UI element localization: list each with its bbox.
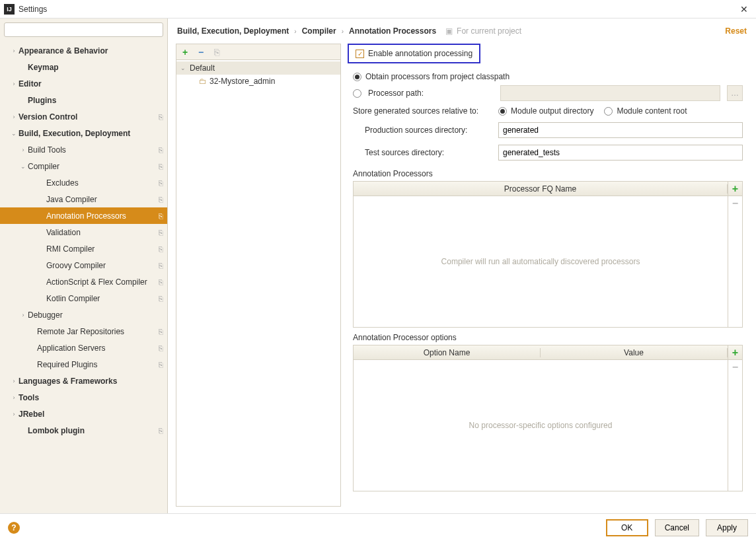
breadcrumb: Build, Execution, Deployment › Compiler …: [168, 18, 756, 44]
browse-button: …: [727, 85, 743, 101]
profiles-panel: + − ⎘ ⌄ Default 🗀 32-Mystore_admin: [176, 44, 341, 507]
project-scope-icon: ⎘: [159, 295, 163, 303]
window-title: Settings: [19, 5, 736, 14]
cancel-button[interactable]: Cancel: [655, 519, 699, 536]
sidebar-item-label: RMI Compiler: [46, 244, 159, 254]
search-input[interactable]: [4, 22, 163, 37]
chevron-right-icon: ›: [9, 48, 19, 54]
sidebar-item-appearance-behavior[interactable]: ›Appearance & Behavior: [0, 42, 167, 59]
content-pane: Build, Execution, Deployment › Compiler …: [168, 18, 756, 513]
chevron-down-icon: ⌄: [9, 130, 19, 137]
copy-profile-icon[interactable]: ⎘: [211, 47, 223, 57]
test-dir-label: Test sources directory:: [353, 148, 492, 157]
sidebar-item-keymap[interactable]: Keymap: [0, 59, 167, 75]
sidebar-item-annotation-processors[interactable]: Annotation Processors⎘: [0, 207, 167, 224]
sidebar-item-label: Appearance & Behavior: [19, 46, 163, 55]
enable-annotation-processing[interactable]: ✓ Enable annotation processing: [348, 44, 480, 63]
radio-checked-icon: [353, 73, 361, 81]
prod-dir-input[interactable]: [498, 122, 743, 138]
sidebar-item-languages-frameworks[interactable]: ›Languages & Frameworks: [0, 373, 167, 389]
sidebar-item-application-servers[interactable]: Application Servers⎘: [0, 340, 167, 356]
remove-processor-icon: −: [728, 196, 742, 211]
sidebar-item-groovy-compiler[interactable]: Groovy Compiler⎘: [0, 257, 167, 273]
op-col2-header: Value: [541, 348, 728, 357]
radio-checked-icon[interactable]: [498, 107, 507, 116]
close-icon[interactable]: ✕: [736, 4, 752, 15]
sidebar-item-lombok-plugin[interactable]: Lombok plugin⎘: [0, 422, 167, 439]
sidebar-item-label: JRebel: [19, 410, 163, 419]
sidebar-item-label: Lombok plugin: [28, 426, 159, 435]
sidebar-item-label: Editor: [19, 79, 163, 89]
project-scope-icon: ⎘: [159, 113, 163, 121]
project-scope-icon: ⎘: [159, 196, 163, 203]
sidebar-item-remote-jar-repositories[interactable]: Remote Jar Repositories⎘: [0, 323, 167, 340]
add-processor-icon[interactable]: +: [728, 182, 742, 196]
sidebar-item-tools[interactable]: ›Tools: [0, 389, 167, 406]
remove-option-icon: −: [728, 360, 742, 375]
sidebar-item-build-tools[interactable]: ›Build Tools⎘: [0, 141, 167, 158]
sidebar-item-label: Build Tools: [28, 145, 159, 155]
app-icon: IJ: [4, 4, 15, 15]
module-output-dir-label[interactable]: Module output directory: [511, 106, 593, 116]
ok-button[interactable]: OK: [606, 519, 648, 536]
sidebar-item-version-control[interactable]: ›Version Control⎘: [0, 108, 167, 125]
op-empty-text: No processor-specific options configured: [354, 360, 728, 491]
profile-item[interactable]: 🗀 32-Mystore_admin: [176, 75, 340, 88]
sidebar-item-java-compiler[interactable]: Java Compiler⎘: [0, 191, 167, 207]
sidebar-item-label: Java Compiler: [46, 195, 159, 204]
profiles-toolbar: + − ⎘: [176, 44, 340, 60]
crumb-a[interactable]: Build, Execution, Deployment: [177, 26, 289, 36]
sidebar-item-debugger[interactable]: ›Debugger: [0, 307, 167, 323]
sidebar-item-label: Groovy Compiler: [46, 261, 159, 270]
chevron-right-icon: ›: [9, 114, 19, 120]
project-scope-icon: ⎘: [159, 344, 163, 352]
sidebar-item-editor[interactable]: ›Editor: [0, 75, 167, 92]
ap-empty-text: Compiler will run all automatically disc…: [354, 196, 728, 327]
chevron-down-icon: ⌄: [19, 163, 28, 170]
radio-unchecked-icon[interactable]: [604, 107, 613, 116]
sidebar-item-excludes[interactable]: Excludes⎘: [0, 174, 167, 191]
remove-profile-icon[interactable]: −: [195, 47, 207, 57]
sidebar-item-label: Languages & Frameworks: [19, 377, 163, 386]
project-scope-icon: ⎘: [159, 212, 163, 220]
sidebar-item-jrebel[interactable]: ›JRebel: [0, 406, 167, 422]
chevron-right-icon: ›: [9, 378, 19, 384]
help-icon[interactable]: ?: [8, 522, 20, 534]
processor-path-radio[interactable]: Processor path: …: [348, 83, 748, 103]
chevron-right-icon: ›: [19, 312, 28, 318]
reset-link[interactable]: Reset: [725, 26, 747, 36]
sidebar-item-required-plugins[interactable]: Required Plugins⎘: [0, 356, 167, 373]
profile-group-label: Default: [190, 63, 215, 73]
add-profile-icon[interactable]: +: [179, 47, 191, 57]
profile-group-default[interactable]: ⌄ Default: [176, 61, 340, 75]
radio-unchecked-icon: [353, 89, 361, 98]
project-scope-icon: ⎘: [159, 179, 163, 187]
sidebar-item-plugins[interactable]: Plugins: [0, 92, 167, 108]
settings-tree: ›Appearance & BehaviorKeymap›EditorPlugi…: [0, 41, 167, 513]
project-scope-icon: ⎘: [159, 162, 163, 170]
profile-tree: ⌄ Default 🗀 32-Mystore_admin: [176, 60, 340, 506]
apply-button[interactable]: Apply: [706, 519, 748, 536]
sidebar-item-validation[interactable]: Validation⎘: [0, 224, 167, 240]
test-dir-input[interactable]: [498, 145, 743, 161]
sidebar-item-label: Version Control: [19, 112, 159, 122]
sidebar-item-label: Compiler: [28, 162, 159, 171]
obtain-from-classpath-radio[interactable]: Obtain processors from project classpath: [348, 70, 748, 83]
sidebar-item-label: Remote Jar Repositories: [37, 327, 159, 336]
module-content-root-label[interactable]: Module content root: [617, 106, 687, 116]
project-scope-icon: ⎘: [159, 278, 163, 286]
sidebar-item-actionscript-flex-compiler[interactable]: ActionScript & Flex Compiler⎘: [0, 273, 167, 290]
sidebar-item-label: Validation: [46, 228, 159, 237]
checkbox-checked-icon[interactable]: ✓: [356, 50, 364, 58]
folder-icon: 🗀: [199, 77, 207, 86]
sidebar-item-label: Excludes: [46, 178, 159, 188]
project-scope-icon: ⎘: [159, 229, 163, 236]
prod-dir-label: Production sources directory:: [353, 126, 492, 135]
crumb-b[interactable]: Compiler: [302, 26, 336, 36]
sidebar-item-rmi-compiler[interactable]: RMI Compiler⎘: [0, 240, 167, 257]
sidebar-item-kotlin-compiler[interactable]: Kotlin Compiler⎘: [0, 290, 167, 307]
enable-label: Enable annotation processing: [368, 49, 472, 58]
sidebar-item-build-execution-deployment[interactable]: ⌄Build, Execution, Deployment: [0, 125, 167, 141]
sidebar-item-compiler[interactable]: ⌄Compiler⎘: [0, 158, 167, 174]
add-option-icon[interactable]: +: [728, 345, 742, 360]
